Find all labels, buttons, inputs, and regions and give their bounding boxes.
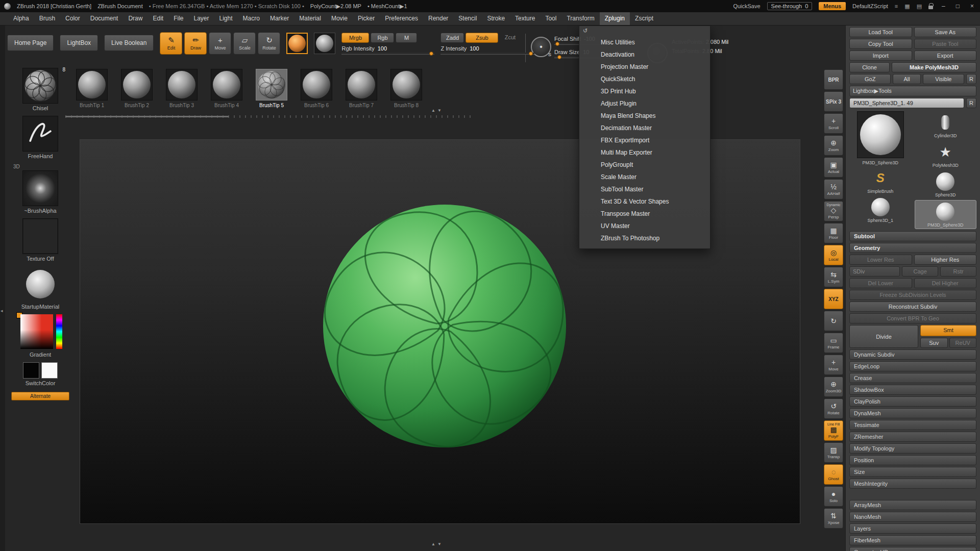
current-stroke-cell[interactable]: FreeHand xyxy=(8,116,72,159)
higher-res-button[interactable]: Higher Res xyxy=(914,255,977,265)
default-zscript-button[interactable]: DefaultZScript xyxy=(852,3,888,9)
right-shelf-aahalf-button[interactable]: ½AAHalf xyxy=(824,179,843,199)
section-geometry-hd[interactable]: Geometry HD xyxy=(849,547,976,551)
slider-dot[interactable] xyxy=(557,55,561,59)
right-shelf-ghost-button[interactable]: ◌Ghost xyxy=(824,464,843,485)
zplugin-menu-item-decimation-master[interactable]: Decimation Master xyxy=(579,122,710,134)
import-button[interactable]: Import xyxy=(849,51,912,61)
menu-item-texture[interactable]: Texture xyxy=(510,12,540,25)
close-icon[interactable]: × xyxy=(968,3,976,10)
menu-item-movie[interactable]: Movie xyxy=(326,12,353,25)
rotate-button[interactable]: ↻ Rotate xyxy=(258,32,280,55)
brush-tip-brushtip-1[interactable]: BrushTip 1 xyxy=(76,69,108,108)
right-shelf-scroll-button[interactable]: +Scroll xyxy=(824,113,843,134)
right-shelf-zoom-button[interactable]: ⊕Zoom xyxy=(824,135,843,156)
slider-dot[interactable] xyxy=(529,52,533,56)
menu-item-zscript[interactable]: Zscript xyxy=(630,12,658,25)
current-alpha-cell[interactable]: 3D ~BrushAlpha xyxy=(8,164,72,214)
rgb-toggle[interactable]: Rgb xyxy=(371,33,394,43)
right-shelf-solo-button[interactable]: ●Solo xyxy=(824,486,843,507)
load-tool-button[interactable]: Load Tool xyxy=(849,27,912,37)
current-material-cell[interactable]: StartupMaterial xyxy=(8,266,72,310)
sdiv-slider[interactable]: SDiv xyxy=(849,266,900,277)
menu-item-stencil[interactable]: Stencil xyxy=(453,12,482,25)
right-shelf-local-button[interactable]: ◎Local xyxy=(824,245,843,265)
reload-icon[interactable]: ↺ xyxy=(583,28,587,34)
zplugin-menu-item-uv-master[interactable]: UV Master xyxy=(579,220,710,232)
zplugin-menu-item-adjust-plugin[interactable]: Adjust Plugin xyxy=(579,97,710,110)
geometry-section-header[interactable]: Geometry xyxy=(849,243,976,253)
section-layers[interactable]: Layers xyxy=(849,523,976,534)
section-arraymesh[interactable]: ArrayMesh xyxy=(849,500,976,510)
right-shelf-bpr-button[interactable]: BPR xyxy=(824,69,843,90)
slider-dot[interactable] xyxy=(429,52,433,56)
make-polymesh3d-button[interactable]: Make PolyMesh3D xyxy=(892,62,976,72)
color-picker[interactable] xyxy=(18,314,62,350)
tool-r-button[interactable]: R xyxy=(966,98,976,108)
brush-tip-brushtip-2[interactable]: BrushTip 2 xyxy=(120,69,153,108)
right-shelf-xyz-button[interactable]: XYZ xyxy=(824,289,843,309)
section-size[interactable]: Size xyxy=(849,467,976,477)
menu-item-stroke[interactable]: Stroke xyxy=(482,12,510,25)
list-icon[interactable]: ▤ xyxy=(917,3,922,10)
rstr-button[interactable]: Rstr xyxy=(940,266,976,277)
section-crease[interactable]: Crease xyxy=(849,373,976,383)
menu-item-render[interactable]: Render xyxy=(423,12,453,25)
zplugin-menu-item-subtool-master[interactable]: SubTool Master xyxy=(579,183,710,195)
tray-toggle-arrow-icon[interactable]: ◂ xyxy=(1,308,3,313)
alternate-button[interactable]: Alternate xyxy=(11,392,69,400)
tool-thumbnail-polymesh3d[interactable]: ★PolyMesh3D xyxy=(915,141,977,169)
zplugin-menu-item-deactivation[interactable]: Deactivation xyxy=(579,48,710,61)
menus-button[interactable]: Menus xyxy=(819,2,846,10)
color-picker-cell[interactable]: Gradient xyxy=(8,314,72,358)
sliders-icon[interactable]: ≡ xyxy=(895,3,898,9)
zplugin-menu-item-misc-utilities[interactable]: Misc Utilities xyxy=(579,36,710,48)
section-dynamic-subdiv[interactable]: Dynamic Subdiv xyxy=(849,349,976,360)
zplugin-menu-item-multi-map-exporter[interactable]: Multi Map Exporter xyxy=(579,146,710,159)
zplugin-menu-item-zbrush-to-photoshop[interactable]: ZBrush To Photoshop xyxy=(579,232,710,244)
edit-button[interactable]: ✎ Edit xyxy=(160,32,182,55)
menu-item-draw[interactable]: Draw xyxy=(123,12,148,25)
menu-item-preferences[interactable]: Preferences xyxy=(380,12,423,25)
tool-thumbnail-simplebrush[interactable]: SSimpleBrush xyxy=(849,167,912,195)
right-shelf-frame-button[interactable]: ▭Frame xyxy=(824,333,843,353)
del-higher-button[interactable]: Del Higher xyxy=(914,278,977,288)
rgb-intensity-slider[interactable]: Rgb Intensity100 xyxy=(341,45,434,55)
move-button[interactable]: + Move xyxy=(209,32,231,55)
home-page-button[interactable]: Home Page xyxy=(7,35,54,51)
zplugin-menu-item-3d-print-hub[interactable]: 3D Print Hub xyxy=(579,85,710,97)
zadd-toggle[interactable]: Zadd xyxy=(440,33,464,43)
right-shelf-xpose-button[interactable]: ⇅Xpose xyxy=(824,508,843,529)
zplugin-menu-item-text-3d-vector-shapes[interactable]: Text 3D & Vector Shapes xyxy=(579,195,710,208)
switch-color-cell[interactable]: SwitchColor xyxy=(8,362,72,386)
lightbox-button[interactable]: LightBox xyxy=(60,35,98,51)
smt-toggle[interactable]: Smt xyxy=(920,325,976,336)
draw-button[interactable]: ✏ Draw xyxy=(184,32,207,55)
section-claypolish[interactable]: ClayPolish xyxy=(849,396,976,407)
menu-item-layer[interactable]: Layer xyxy=(189,12,214,25)
right-shelf-spin-axis-button[interactable]: ↻ xyxy=(824,311,843,331)
minimize-icon[interactable]: – xyxy=(940,3,947,10)
section-tessimate[interactable]: Tessimate xyxy=(849,420,976,430)
zcut-toggle[interactable]: Zcut xyxy=(500,33,520,43)
cage-button[interactable]: Cage xyxy=(902,266,938,277)
zplugin-menu-item-scale-master[interactable]: Scale Master xyxy=(579,171,710,183)
save-as-button[interactable]: Save As xyxy=(914,27,977,37)
current-tool-thumbnail[interactable] xyxy=(857,111,904,158)
sphere-3d-model[interactable] xyxy=(321,203,568,449)
menu-item-document[interactable]: Document xyxy=(85,12,124,25)
quicksave-button[interactable]: QuickSave xyxy=(733,3,760,9)
menu-item-marker[interactable]: Marker xyxy=(265,12,294,25)
tool-thumbnail-cylinder3d[interactable]: Cylinder3D xyxy=(915,111,977,139)
brush-tip-brushtip-8[interactable]: BrushTip 8 xyxy=(390,69,423,108)
freeze-subdivision-button[interactable]: Freeze SubDivision Levels xyxy=(849,290,976,300)
mrgb-toggle[interactable]: Mrgb xyxy=(341,33,369,43)
right-shelf-floor-button[interactable]: ▦Floor xyxy=(824,223,843,243)
tool-thumbnail-sphere3d[interactable]: Sphere3D xyxy=(915,170,977,198)
zplugin-menu-item-quicksketch[interactable]: QuickSketch xyxy=(579,73,710,85)
tool-thumbnail-sphere3d-1[interactable]: Sphere3D_1 xyxy=(849,196,912,224)
section-nanomesh[interactable]: NanoMesh xyxy=(849,512,976,522)
menu-item-picker[interactable]: Picker xyxy=(353,12,380,25)
zplugin-menu-item-polygroupit[interactable]: PolyGroupIt xyxy=(579,159,710,171)
section-dynamesh[interactable]: DynaMesh xyxy=(849,408,976,418)
